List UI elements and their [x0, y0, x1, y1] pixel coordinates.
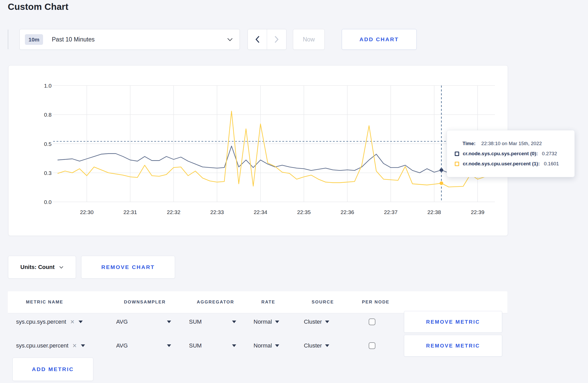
- column-header: SOURCE: [312, 291, 334, 313]
- add-metric-button[interactable]: ADD METRIC: [12, 358, 93, 381]
- aggregator-select[interactable]: SUM: [189, 335, 236, 357]
- metric-row: sys.cpu.user.percent×AVGSUMNormalCluster…: [0, 335, 588, 357]
- add-chart-button[interactable]: ADD CHART: [342, 29, 417, 50]
- caret-down-icon: [275, 321, 279, 323]
- rate-select[interactable]: Normal: [254, 335, 279, 357]
- now-button-label: Now: [303, 36, 315, 43]
- remove-chart-label: REMOVE CHART: [101, 264, 155, 270]
- metric-name-select[interactable]: sys.cpu.user.percent×: [16, 335, 85, 357]
- rate-select[interactable]: Normal: [254, 311, 279, 333]
- next-time-button[interactable]: [267, 29, 286, 49]
- metric-name-label: sys.cpu.sys.percent: [16, 318, 66, 325]
- aggregator-value: SUM: [189, 342, 202, 349]
- add-metric-label: ADD METRIC: [32, 366, 74, 372]
- y-axis-tick-label: 1.0: [44, 83, 52, 89]
- tooltip-time-value: 22:38:10 on Mar 15th, 2022: [481, 141, 542, 146]
- remove-metric-label: REMOVE METRIC: [426, 343, 480, 349]
- x-axis-tick-label: 22:37: [384, 209, 398, 215]
- tooltip-series-value: 0.2732: [542, 151, 557, 157]
- chevron-down-icon: [227, 38, 233, 41]
- tooltip-series-name: cr.node.sys.cpu.sys.percent (0):: [463, 151, 538, 157]
- prev-time-button[interactable]: [248, 29, 267, 49]
- caret-down-icon: [81, 344, 85, 347]
- source-value: Cluster: [304, 318, 322, 325]
- x-axis-tick-label: 22:39: [471, 209, 485, 215]
- custom-chart-page: Custom Chart 10m Past 10 Minutes Now ADD…: [0, 0, 588, 383]
- column-header: METRIC NAME: [26, 291, 63, 313]
- x-axis-tick-label: 22:33: [210, 209, 224, 215]
- metric-name-label: sys.cpu.user.percent: [16, 342, 68, 349]
- column-header: AGGREGATOR: [197, 291, 234, 313]
- series-swatch-icon: [455, 162, 459, 166]
- chevron-right-icon: [275, 36, 279, 43]
- series-line: [58, 146, 492, 173]
- column-header: DOWNSAMPLER: [124, 291, 166, 313]
- time-range-dropdown[interactable]: 10m Past 10 Minutes: [19, 29, 240, 50]
- chevron-left-icon: [255, 36, 260, 43]
- source-select[interactable]: Cluster: [304, 335, 329, 357]
- caret-down-icon: [325, 344, 329, 347]
- chart-tooltip: Time: 22:38:10 on Mar 15th, 2022 cr.node…: [447, 130, 575, 177]
- chevron-down-icon: [59, 266, 64, 269]
- caret-down-icon: [167, 344, 171, 347]
- x-axis-tick-label: 22:36: [340, 209, 354, 215]
- time-range-label: Past 10 Minutes: [52, 36, 227, 43]
- per-node-checkbox[interactable]: [369, 318, 375, 325]
- page-title: Custom Chart: [8, 2, 68, 12]
- timeseries-chart[interactable]: 0.00.30.50.81.022:3022:3122:3222:3322:34…: [9, 66, 508, 236]
- downsampler-select[interactable]: AVG: [116, 311, 171, 333]
- y-axis-tick-label: 0.3: [44, 170, 52, 176]
- caret-down-icon: [275, 344, 279, 347]
- remove-chart-button[interactable]: REMOVE CHART: [81, 256, 175, 279]
- remove-metric-label: REMOVE METRIC: [426, 319, 480, 325]
- clear-metric-icon[interactable]: ×: [73, 342, 77, 349]
- source-value: Cluster: [304, 342, 322, 349]
- remove-metric-button[interactable]: REMOVE METRIC: [404, 311, 502, 333]
- rate-value: Normal: [254, 318, 272, 325]
- x-axis-tick-label: 22:34: [254, 209, 267, 215]
- time-pager: [248, 29, 286, 50]
- downsampler-value: AVG: [116, 318, 128, 325]
- toolbar-divider: [8, 30, 8, 49]
- tooltip-time-label: Time:: [463, 141, 475, 146]
- series-swatch-icon: [455, 152, 459, 156]
- clear-metric-icon[interactable]: ×: [70, 318, 74, 325]
- x-axis-tick-label: 22:31: [123, 209, 137, 215]
- chart-card[interactable]: 0.00.30.50.81.022:3022:3122:3222:3322:34…: [8, 65, 508, 236]
- tooltip-series-name: cr.node.sys.cpu.user.percent (1):: [463, 161, 540, 167]
- metric-row: sys.cpu.sys.percent×AVGSUMNormalClusterR…: [0, 311, 588, 333]
- metrics-table-header: METRIC NAMEDOWNSAMPLERAGGREGATORRATESOUR…: [8, 291, 507, 313]
- add-chart-label: ADD CHART: [360, 36, 399, 42]
- units-label: Units: Count: [20, 264, 55, 271]
- rate-value: Normal: [254, 342, 272, 349]
- y-axis-tick-label: 0.8: [44, 112, 52, 118]
- time-range-badge: 10m: [25, 34, 43, 45]
- aggregator-value: SUM: [189, 318, 202, 325]
- tooltip-series-row: cr.node.sys.cpu.sys.percent (0):0.2732: [455, 151, 571, 157]
- aggregator-select[interactable]: SUM: [189, 311, 236, 333]
- downsampler-select[interactable]: AVG: [116, 335, 171, 357]
- tooltip-time-row: Time: 22:38:10 on Mar 15th, 2022: [455, 141, 571, 146]
- x-axis-tick-label: 22:30: [80, 209, 94, 215]
- downsampler-value: AVG: [116, 342, 128, 349]
- caret-down-icon: [167, 321, 171, 323]
- tooltip-series-value: 0.1601: [544, 161, 559, 167]
- caret-down-icon: [79, 321, 83, 323]
- caret-down-icon: [232, 321, 236, 323]
- x-axis-tick-label: 22:35: [297, 209, 311, 215]
- per-node-cell: [369, 311, 375, 333]
- per-node-checkbox[interactable]: [369, 342, 375, 349]
- caret-down-icon: [325, 321, 329, 323]
- caret-down-icon: [232, 344, 236, 347]
- now-button[interactable]: Now: [293, 29, 325, 50]
- source-select[interactable]: Cluster: [304, 311, 329, 333]
- crosshair-dot-user: [440, 181, 443, 185]
- x-axis-tick-label: 22:32: [167, 209, 180, 215]
- column-header: RATE: [261, 291, 275, 313]
- remove-metric-button[interactable]: REMOVE METRIC: [404, 335, 502, 357]
- metric-name-select[interactable]: sys.cpu.sys.percent×: [16, 311, 83, 333]
- column-header: PER NODE: [362, 291, 389, 313]
- units-dropdown[interactable]: Units: Count: [8, 256, 76, 279]
- tooltip-series-row: cr.node.sys.cpu.user.percent (1):0.1601: [455, 161, 571, 167]
- crosshair-dot-sys: [440, 168, 443, 172]
